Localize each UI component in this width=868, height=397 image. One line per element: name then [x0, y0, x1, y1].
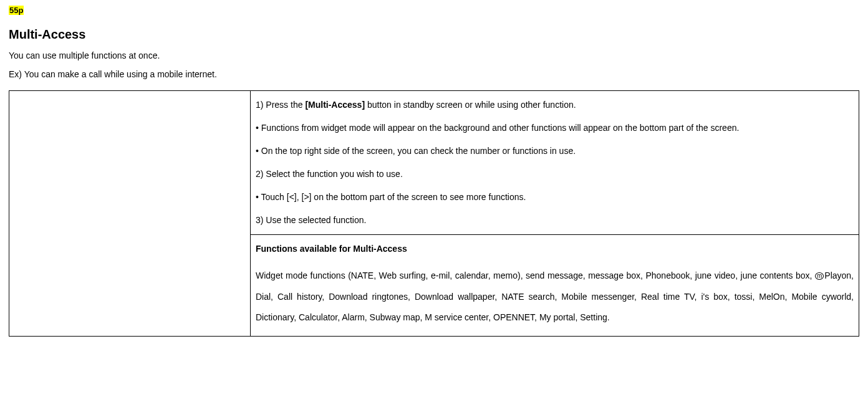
multi-access-label: [Multi-Access]: [305, 100, 365, 110]
functions-body: Widget mode functions (NATE, Web surfing…: [256, 265, 854, 328]
page-marker: 55p: [9, 6, 24, 15]
functions-cell: Functions available for Multi-Access Wid…: [251, 235, 859, 337]
step-line: 1) Press the [Multi-Access] button in st…: [256, 98, 854, 112]
circled-m-icon: m: [815, 272, 824, 280]
step-line: 2) Select the function you wish to use.: [256, 168, 854, 181]
step-text: 1) Press the: [256, 100, 305, 110]
step-line: • On the top right side of the screen, y…: [256, 145, 854, 158]
table-row: 1) Press the [Multi-Access] button in st…: [9, 91, 859, 235]
step-text: button in standby screen or while using …: [365, 100, 576, 110]
page-title: Multi-Access: [9, 27, 859, 42]
intro-text-2: Ex) You can make a call while using a mo…: [9, 69, 859, 79]
steps-cell: 1) Press the [Multi-Access] button in st…: [251, 91, 859, 235]
step-line: • Functions from widget mode will appear…: [256, 122, 854, 135]
step-line: • Touch [<], [>] on the bottom part of t…: [256, 191, 854, 204]
step-line: 3) Use the selected function.: [256, 214, 854, 227]
content-table: 1) Press the [Multi-Access] button in st…: [9, 90, 859, 337]
functions-heading: Functions available for Multi-Access: [256, 242, 854, 256]
intro-text-1: You can use multiple functions at once.: [9, 50, 859, 60]
functions-text: Widget mode functions (NATE, Web surfing…: [256, 270, 815, 280]
image-cell: [9, 91, 251, 337]
